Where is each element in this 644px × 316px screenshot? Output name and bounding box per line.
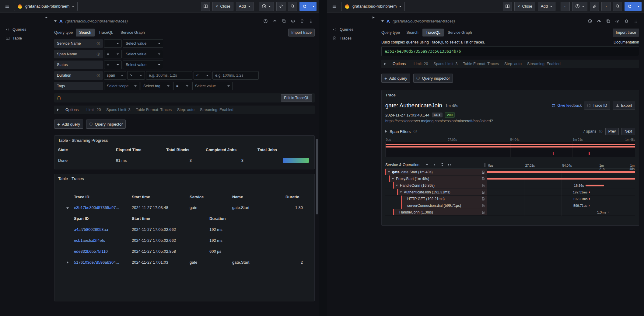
- edit-in-traceql-button[interactable]: Edit in TraceQL: [281, 94, 312, 102]
- span-filters-label[interactable]: Span Filters: [390, 129, 411, 134]
- give-feedback-link[interactable]: Give feedback: [551, 103, 582, 108]
- import-trace-button[interactable]: Import trace: [288, 29, 315, 36]
- trace-id-button[interactable]: Trace ID: [584, 102, 610, 109]
- share-link-button[interactable]: [276, 2, 285, 11]
- chevron-right-icon[interactable]: [385, 130, 387, 133]
- collapse-sidebar-button[interactable]: [44, 15, 48, 21]
- collapse-query-icon[interactable]: [54, 20, 57, 22]
- documentation-link[interactable]: Documentation: [614, 40, 639, 44]
- duration-max-input[interactable]: [212, 71, 259, 80]
- trace-id-link[interactable]: e3b17be300d57355a97...: [74, 205, 132, 210]
- query-options-row[interactable]: Options Limit: 20 Spans Limit: 3 Table F…: [381, 60, 639, 68]
- query-inspector-button[interactable]: ⓘ Query inspector: [413, 74, 453, 83]
- span-duration-bar[interactable]: [589, 205, 590, 206]
- split-view-button[interactable]: [201, 2, 210, 11]
- time-shift-back-button[interactable]: ‹: [561, 2, 570, 11]
- collapse-query-icon[interactable]: [381, 20, 384, 22]
- tag-name-select[interactable]: Select tag: [141, 82, 172, 90]
- trash-icon[interactable]: [623, 17, 630, 25]
- duration-min-input[interactable]: [146, 71, 192, 80]
- datasource-picker[interactable]: grafanacloud-robinbraem: [341, 2, 405, 11]
- tab-search[interactable]: Search: [76, 29, 95, 36]
- gauge-icon[interactable]: [595, 17, 603, 25]
- copy-icon[interactable]: [604, 17, 612, 25]
- sidebar-item-table[interactable]: Table: [0, 34, 51, 43]
- time-shift-forward-button[interactable]: ›: [601, 2, 611, 11]
- tag-scope-select[interactable]: Select scope: [104, 82, 139, 90]
- menu-icon[interactable]: [330, 2, 339, 11]
- time-picker-button[interactable]: [259, 2, 274, 11]
- column-header[interactable]: Name: [232, 195, 285, 199]
- query-options-row[interactable]: Options Limit: 20 Spans Limit: 3 Table F…: [54, 106, 315, 114]
- span-row[interactable]: gate gate.Start (1m 48s): [385, 169, 635, 175]
- tab-traceql[interactable]: TraceQL: [95, 29, 117, 36]
- collapse-row-icon[interactable]: [58, 205, 74, 210]
- split-divider[interactable]: [319, 0, 327, 316]
- span-row[interactable]: HTTP GET (192.21ms) 192.21ms: [385, 196, 635, 202]
- service-name-operator-select[interactable]: =: [104, 39, 122, 48]
- tag-operator-select[interactable]: =: [173, 82, 191, 90]
- datasource-picker[interactable]: grafanacloud-robinbraem: [14, 2, 78, 11]
- export-button[interactable]: Export: [613, 102, 635, 109]
- column-header[interactable]: Service: [190, 195, 232, 199]
- close-split-button[interactable]: × Close: [514, 2, 535, 11]
- span-id-link[interactable]: a4af7580028053aa: [74, 227, 132, 232]
- span-logs-icon[interactable]: [481, 190, 485, 194]
- run-query-button[interactable]: [299, 2, 317, 11]
- collapse-span-icon[interactable]: [388, 171, 390, 172]
- column-header[interactable]: Total Jobs: [257, 148, 311, 152]
- close-split-button[interactable]: × Close: [212, 2, 233, 11]
- column-header[interactable]: Start time: [132, 195, 190, 199]
- eye-icon[interactable]: [614, 17, 621, 25]
- expand-row-icon[interactable]: [58, 260, 74, 265]
- share-link-button[interactable]: [590, 2, 599, 11]
- column-header[interactable]: Elapsed Time: [116, 148, 166, 152]
- span-row[interactable]: AuthenticateJoin (192.31ms) 192.31ms: [385, 189, 635, 196]
- span-duration-bar[interactable]: [487, 171, 635, 173]
- clock-icon[interactable]: [586, 17, 593, 25]
- sidebar-item-traces[interactable]: Traces: [327, 34, 378, 43]
- column-header[interactable]: Duration: [285, 195, 299, 199]
- service-name-value-select[interactable]: Select value: [123, 39, 163, 48]
- menu-icon[interactable]: [2, 2, 12, 11]
- column-header[interactable]: Total Blocks: [166, 148, 206, 152]
- span-duration-bar[interactable]: [589, 198, 590, 200]
- span-row[interactable]: HandleConn (16.86s) 16.86s: [385, 182, 635, 189]
- span-logs-icon[interactable]: [481, 210, 485, 214]
- span-id-link[interactable]: ecb1aecfcd2f4efc: [74, 238, 132, 243]
- time-picker-button[interactable]: [572, 2, 587, 11]
- tab-service-graph[interactable]: Service Graph: [444, 29, 475, 36]
- minimap-canvas[interactable]: [385, 142, 635, 157]
- duration-lt-select[interactable]: <: [194, 71, 211, 80]
- tab-search[interactable]: Search: [403, 29, 422, 36]
- duration-gt-select[interactable]: >: [127, 71, 145, 80]
- query-inspector-button[interactable]: ⓘ Query inspector: [86, 120, 126, 129]
- span-logs-icon[interactable]: [481, 204, 485, 207]
- sidebar-item-queries[interactable]: Queries: [0, 25, 51, 34]
- split-view-button[interactable]: [503, 2, 512, 11]
- column-header[interactable]: Trace ID: [74, 195, 132, 199]
- next-span-button[interactable]: Next: [621, 128, 635, 135]
- span-logs-icon[interactable]: [481, 170, 485, 174]
- column-header[interactable]: Completed Jobs: [206, 148, 257, 152]
- sidebar-item-queries[interactable]: Queries: [327, 25, 378, 34]
- collapse-span-icon[interactable]: [396, 185, 398, 186]
- run-query-button[interactable]: [625, 2, 642, 11]
- expand-one-icon[interactable]: [432, 163, 437, 167]
- gauge-icon[interactable]: [271, 17, 278, 25]
- span-row[interactable]: HandleConn (1.3ms) 1.3ms: [385, 209, 635, 216]
- expand-all-icon[interactable]: [448, 163, 452, 167]
- add-query-button[interactable]: + Add query: [54, 120, 83, 129]
- collapse-span-icon[interactable]: [400, 191, 402, 193]
- import-trace-button[interactable]: Import trace: [613, 29, 639, 36]
- traceql-query-input[interactable]: e3b17be300d57355a973c56133624b7b: [381, 46, 639, 56]
- span-duration-bar[interactable]: [608, 211, 608, 213]
- span-duration-bar[interactable]: [589, 191, 590, 193]
- tab-traceql[interactable]: TraceQL: [422, 29, 444, 36]
- span-logs-icon[interactable]: [481, 197, 485, 201]
- span-logs-icon[interactable]: [481, 177, 485, 181]
- column-resizer[interactable]: [483, 161, 487, 168]
- trace-id-link[interactable]: 5176103de7d596ab304...: [74, 260, 132, 265]
- status-operator-select[interactable]: =: [104, 61, 122, 69]
- tab-service-graph[interactable]: Service Graph: [117, 29, 148, 36]
